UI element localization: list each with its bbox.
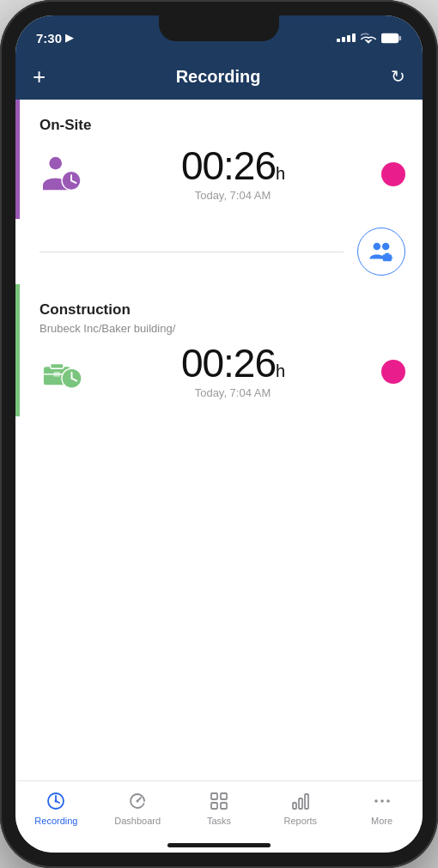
on-site-card: On-Site: [15, 100, 423, 219]
svg-rect-24: [221, 793, 227, 799]
svg-rect-25: [211, 803, 217, 809]
tab-recording[interactable]: Recording: [15, 790, 97, 826]
refresh-button[interactable]: ↻: [391, 66, 405, 87]
wifi-icon: [361, 32, 376, 44]
time-display: 7:30: [36, 31, 62, 46]
svg-rect-13: [53, 372, 60, 377]
home-indicator: [167, 843, 271, 847]
more-tab-label: More: [371, 816, 392, 826]
recording-tab-icon: [45, 790, 67, 812]
svg-point-22: [137, 800, 139, 803]
divider-section: [15, 219, 423, 284]
reports-tab-label: Reports: [284, 816, 318, 826]
on-site-timer-sub: Today, 7:04 AM: [84, 189, 381, 202]
reports-tab-icon: [289, 790, 312, 812]
tasks-tab-label: Tasks: [207, 816, 231, 826]
nav-bar: + Recording ↻: [15, 53, 423, 100]
construction-timer-center: 00:26h Today, 7:04 AM: [84, 343, 381, 399]
svg-rect-0: [381, 33, 398, 42]
divider-line: [40, 252, 344, 252]
location-icon: ▶: [65, 32, 73, 44]
more-tab-icon: [371, 790, 393, 812]
on-site-timer-value: 00:26h: [84, 146, 381, 185]
dashboard-tab-label: Dashboard: [114, 816, 161, 826]
phone-frame: 7:30 ▶: [0, 0, 438, 868]
svg-rect-26: [221, 803, 227, 809]
dashboard-tab-icon: [126, 790, 149, 812]
content-area: On-Site: [15, 100, 423, 780]
briefcase-clock-icon: [40, 349, 84, 394]
svg-rect-8: [383, 254, 392, 261]
construction-label: Construction: [40, 301, 405, 319]
svg-rect-23: [211, 793, 217, 799]
on-site-record-button[interactable]: [381, 162, 405, 186]
on-site-timer-center: 00:26h Today, 7:04 AM: [84, 146, 381, 202]
status-time: 7:30 ▶: [36, 31, 73, 46]
svg-rect-11: [51, 363, 64, 368]
svg-point-32: [386, 799, 390, 803]
notch: [159, 15, 279, 41]
on-site-timer-row: 00:26h Today, 7:04 AM: [40, 146, 405, 202]
construction-sublabel: Brubeck Inc/Baker building/: [40, 322, 405, 335]
svg-rect-29: [305, 794, 308, 809]
tasks-tab-icon: [208, 790, 230, 812]
svg-rect-1: [399, 35, 402, 39]
construction-timer-row: 00:26h Today, 7:04 AM: [40, 343, 405, 399]
tab-tasks[interactable]: Tasks: [179, 790, 260, 826]
tab-more[interactable]: More: [341, 790, 423, 826]
construction-card: Construction Brubeck Inc/Baker building/: [15, 284, 423, 416]
status-icons: [337, 32, 402, 44]
svg-rect-27: [293, 803, 296, 809]
svg-point-6: [374, 243, 381, 251]
phone-screen: 7:30 ▶: [15, 15, 423, 853]
on-site-label: On-Site: [40, 117, 405, 134]
signal-icon: [337, 33, 356, 42]
construction-timer-value: 00:26h: [84, 343, 381, 383]
team-button[interactable]: [357, 228, 405, 276]
tab-dashboard[interactable]: Dashboard: [97, 790, 179, 826]
svg-point-7: [382, 243, 390, 251]
construction-timer-sub: Today, 7:04 AM: [84, 386, 381, 399]
construction-record-button[interactable]: [381, 360, 405, 384]
svg-point-30: [374, 799, 378, 803]
person-clock-icon: [40, 152, 84, 197]
svg-rect-28: [299, 798, 302, 809]
recording-tab-label: Recording: [34, 816, 77, 826]
svg-point-2: [49, 156, 62, 169]
tab-reports[interactable]: Reports: [259, 790, 341, 826]
add-button[interactable]: +: [33, 65, 46, 88]
tab-bar: Recording Dashboard: [15, 780, 423, 853]
battery-icon: [381, 33, 402, 44]
svg-point-20: [55, 800, 58, 803]
page-title: Recording: [176, 67, 261, 87]
svg-point-31: [380, 799, 384, 803]
svg-rect-9: [385, 253, 389, 256]
